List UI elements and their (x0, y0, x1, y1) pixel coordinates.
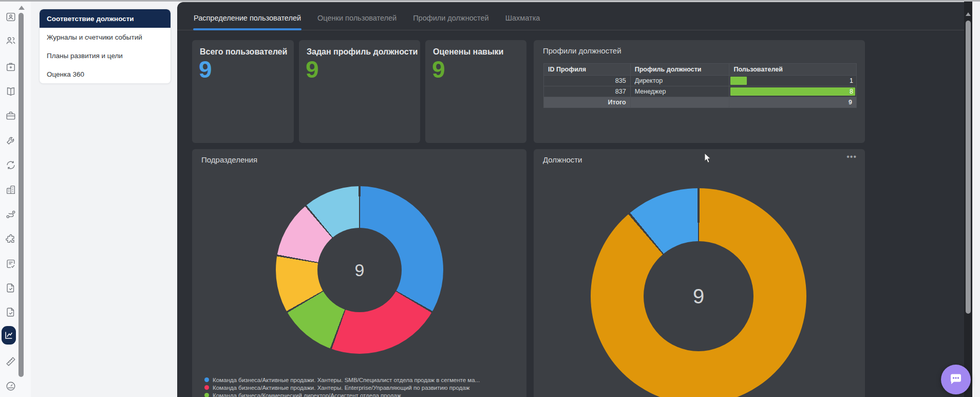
donut-center-value: 9 (644, 241, 753, 351)
menu-item-0[interactable]: Соответствие должности (40, 9, 171, 28)
page-right-margin (972, 2, 980, 397)
users-bar (730, 87, 855, 96)
profiles-table-card: Профили должностей ID ПрофиляПрофиль дол… (534, 40, 865, 143)
legend-dot-icon (204, 393, 209, 397)
positions-card: Должности ••• 9 (534, 149, 865, 397)
company-icon[interactable] (5, 184, 16, 195)
file-approve-icon[interactable] (5, 306, 16, 318)
departments-donut-chart[interactable]: 9 (276, 186, 443, 354)
page-scroll-up-arrow[interactable] (966, 12, 971, 16)
legend-item-1[interactable]: Команда бизнеса/Активные продажи. Хантер… (204, 384, 480, 391)
file-check-icon[interactable] (5, 282, 16, 294)
table-total-row: Итого9 (544, 97, 857, 108)
cell-users-bar: 1 (729, 76, 857, 86)
book-icon[interactable] (5, 86, 16, 97)
cell-profile-id: 837 (544, 86, 631, 97)
tabbar: Распределение пользователейОценки пользо… (193, 5, 540, 30)
route-icon[interactable] (5, 209, 16, 220)
ruler-icon[interactable] (5, 356, 16, 367)
total-value: 9 (729, 97, 857, 108)
cell-profile-name: Директор (630, 76, 729, 86)
kpi-value: 9 (432, 56, 445, 83)
kpi-card-profile-set: Задан профиль должности 9 (299, 40, 420, 143)
legend-label: Команда бизнеса/Активные продажи. Хантер… (213, 377, 480, 383)
table-header-1: Профиль должности (630, 64, 729, 76)
chat-dots-icon (947, 371, 965, 388)
gauge-icon[interactable] (5, 381, 16, 392)
total-label: Итого (544, 97, 631, 108)
kpi-value: 9 (199, 56, 212, 83)
dashboard-area: Распределение пользователейОценки пользо… (177, 2, 964, 397)
menu-item-1[interactable]: Журналы и счетчики событий (40, 28, 171, 46)
legend-item-2[interactable]: Команда бизнеса/Коммерческий директор/Ас… (204, 391, 480, 397)
section-menu: Соответствие должностиЖурналы и счетчики… (39, 9, 171, 84)
tab-2[interactable]: Профили должностей (412, 5, 489, 30)
profile-card-icon[interactable] (5, 11, 16, 23)
tasks-note-icon[interactable] (5, 258, 16, 269)
legend-dot-icon (204, 385, 209, 390)
chart-legend: Команда бизнеса/Активные продажи. Хантер… (204, 376, 480, 397)
menu-item-2[interactable]: Планы развития и цели (40, 46, 171, 65)
sync-icon[interactable] (5, 159, 16, 171)
donut-center-value: 9 (317, 228, 402, 312)
kpi-value: 9 (306, 56, 319, 83)
analytics-chart-icon-selected[interactable] (2, 326, 16, 345)
profiles-table: ID ПрофиляПрофиль должностиПользователей… (543, 63, 857, 108)
kpi-card-total-users: Всего пользователей 9 (192, 40, 294, 143)
icon-rail (0, 2, 31, 397)
chat-button[interactable] (941, 365, 971, 394)
departments-card: Подразделения 9 Команда бизнеса/Активные… (192, 149, 526, 397)
page-scrollbar-thumb[interactable] (966, 21, 971, 314)
table-row[interactable]: 837Менеджер8 (544, 86, 857, 97)
table-header-2: Пользователей (729, 64, 857, 76)
cell-profile-name: Менеджер (630, 86, 729, 97)
team-icon[interactable] (5, 35, 16, 46)
kpi-title: Всего пользователей (200, 47, 287, 57)
card-menu-ellipsis-icon[interactable]: ••• (846, 152, 857, 161)
add-kit-icon[interactable] (5, 61, 16, 73)
card-title: Профили должностей (543, 46, 621, 55)
tab-1[interactable]: Оценки пользователей (317, 5, 397, 30)
table-row[interactable]: 835Директор1 (544, 76, 857, 86)
menu-item-3[interactable]: Оценка 360 (40, 65, 171, 83)
legend-dot-icon (204, 377, 209, 382)
rail-scrollbar-thumb[interactable] (18, 13, 24, 377)
window-top-edge (0, 0, 980, 2)
card-title: Подразделения (201, 155, 257, 164)
users-bar (730, 77, 747, 85)
legend-label: Команда бизнеса/Активные продажи. Хантер… (213, 385, 469, 391)
tab-0[interactable]: Распределение пользователей (193, 5, 301, 30)
rail-scroll-up-arrow[interactable] (18, 6, 25, 10)
wrench-icon[interactable] (5, 135, 16, 146)
legend-label: Команда бизнеса/Коммерческий директор/Ас… (213, 392, 401, 397)
positions-donut-chart[interactable]: 9 (591, 188, 806, 397)
puzzle-icon[interactable] (5, 233, 16, 245)
users-value: 8 (850, 88, 853, 95)
briefcase-icon[interactable] (5, 110, 16, 121)
tab-3[interactable]: Шахматка (505, 5, 541, 30)
legend-item-0[interactable]: Команда бизнеса/Активные продажи. Хантер… (204, 376, 480, 384)
table-header-0: ID Профиля (544, 64, 631, 76)
card-title: Должности (543, 155, 582, 164)
kpi-title: Задан профиль должности (307, 47, 418, 57)
cell-profile-id: 835 (544, 76, 631, 86)
kpi-card-skills-rated: Оценены навыки 9 (425, 40, 526, 143)
cell-users-bar: 8 (729, 86, 857, 97)
users-value: 1 (850, 77, 853, 84)
